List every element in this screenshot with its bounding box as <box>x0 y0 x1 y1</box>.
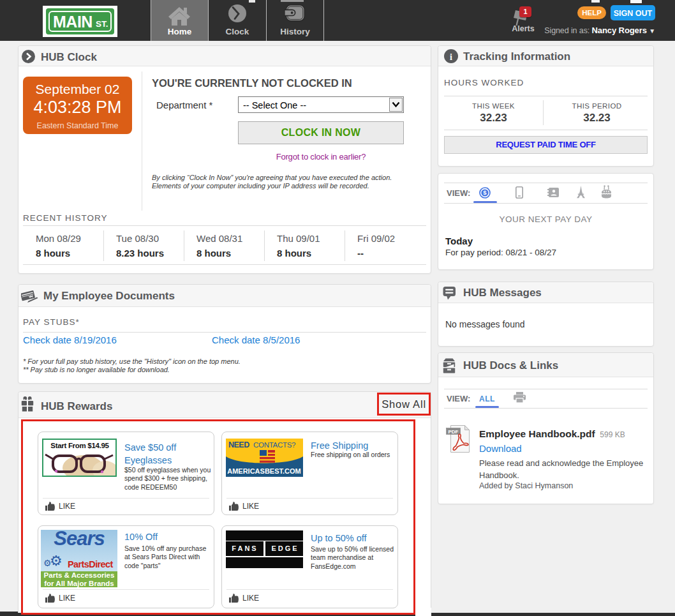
svg-text:$: $ <box>483 189 487 196</box>
svg-text:i: i <box>450 52 452 62</box>
svg-text:PDF: PDF <box>449 429 459 435</box>
